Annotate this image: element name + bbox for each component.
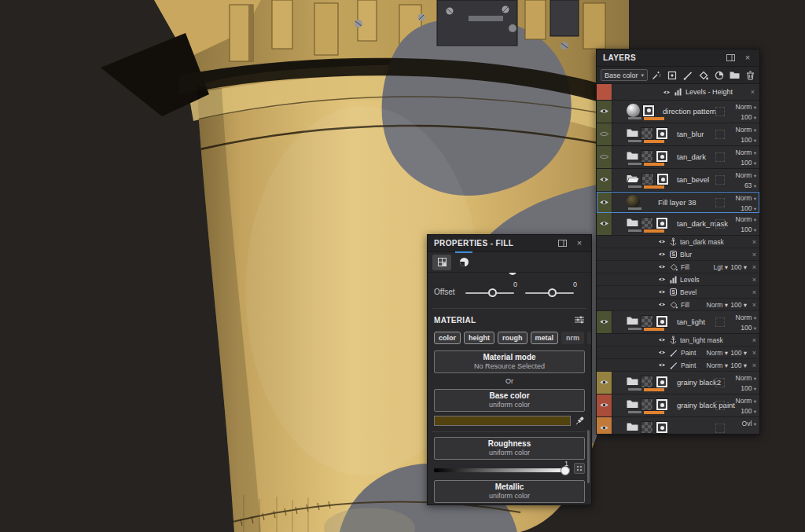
effect-opacity-select[interactable]: 100 ▾ <box>730 361 747 369</box>
channel-toggle-nrm[interactable]: nrm <box>561 332 584 344</box>
layer-mask-thumbnail[interactable] <box>656 376 668 388</box>
layer-row[interactable]: tan_bevel Norm ▾ 63 ▾ <box>597 169 759 192</box>
layer-visibility-cell[interactable] <box>597 213 612 235</box>
blend-mode-select[interactable]: Norm ▾ <box>736 125 756 135</box>
layer-row[interactable]: tan_dark Norm ▾ 100 ▾ <box>597 146 759 169</box>
layer-row[interactable]: grainy black2 Norm ▾ 100 ▾ <box>597 372 759 394</box>
layer-mask-thumbnail[interactable] <box>656 150 668 163</box>
opacity-select[interactable]: 100 ▾ <box>736 112 756 123</box>
opacity-select[interactable]: 100 ▾ <box>736 323 756 333</box>
layer-visibility-cell[interactable] <box>597 417 612 434</box>
eye-icon[interactable] <box>663 90 671 95</box>
tab-projection-settings[interactable] <box>432 255 451 270</box>
effect-blend-select[interactable]: Lgt ▾ <box>714 263 728 271</box>
layer-visibility-cell[interactable] <box>597 394 612 416</box>
eye-icon[interactable] <box>658 362 666 368</box>
layer-mask-thumbnail[interactable] <box>656 315 668 328</box>
eye-icon[interactable] <box>599 220 609 235</box>
layer-content-thumbnail[interactable] <box>641 315 653 328</box>
blend-mode-select[interactable]: Norm ▾ <box>736 396 756 406</box>
layer-content-thumbnail[interactable] <box>641 398 653 411</box>
eye-icon[interactable] <box>658 239 666 244</box>
effect-row[interactable]: Fill Lgt ▾ 100 ▾ × <box>597 261 759 273</box>
effect-blend-select[interactable]: Norm ▾ <box>707 349 728 357</box>
eye-icon[interactable] <box>658 264 666 270</box>
remove-effect-icon[interactable]: × <box>752 251 756 259</box>
channel-toggle-height[interactable]: height <box>464 332 494 344</box>
eye-icon[interactable] <box>599 424 609 434</box>
remove-effect-icon[interactable]: × <box>751 88 755 96</box>
properties-scrollbar[interactable] <box>587 430 590 483</box>
layer-content-thumbnail[interactable] <box>641 217 653 229</box>
magic-wand-icon[interactable] <box>651 70 661 80</box>
layer-visibility-cell[interactable] <box>597 192 612 212</box>
layer-row[interactable]: Ovl ▾ <box>597 417 759 434</box>
remove-effect-icon[interactable]: × <box>752 301 756 309</box>
eye-icon[interactable] <box>599 108 609 123</box>
paint-stroke-icon[interactable] <box>682 70 693 80</box>
roughness-slider-handle[interactable] <box>561 466 570 475</box>
layer-mask-thumbnail[interactable] <box>656 217 668 229</box>
opacity-select[interactable]: 100 ▾ <box>736 158 756 168</box>
properties-panel-header[interactable]: PROPERTIES - FILL × <box>428 235 591 252</box>
channel-toggle-color[interactable]: color <box>434 332 461 344</box>
channel-toggle-rough[interactable]: rough <box>498 332 527 344</box>
remove-effect-icon[interactable]: × <box>752 336 756 344</box>
layer-mask-thumbnail[interactable] <box>656 127 668 140</box>
channel-toggle-metal[interactable]: metal <box>531 332 559 344</box>
channel-filter-dropdown[interactable]: Base color ▾ <box>601 69 648 81</box>
add-folder-icon[interactable] <box>730 70 740 80</box>
offset-slider-u-handle[interactable] <box>488 288 497 297</box>
opacity-select[interactable]: 100 ▾ <box>736 225 756 235</box>
fill-preview-sphere[interactable] <box>627 104 640 117</box>
layer-visibility-cell[interactable] <box>597 311 612 333</box>
fill-preview-sphere[interactable] <box>627 195 640 208</box>
layer-content-thumbnail[interactable] <box>641 376 653 388</box>
remove-effect-icon[interactable]: × <box>752 238 756 246</box>
eye-icon[interactable] <box>599 402 609 416</box>
opacity-select[interactable]: 100 ▾ <box>736 135 756 145</box>
expose-parameter-icon[interactable] <box>574 463 585 474</box>
eye-icon[interactable] <box>658 277 666 282</box>
effect-row[interactable]: S Bevel × <box>597 286 759 299</box>
blend-mode-select[interactable]: Norm ▾ <box>736 102 756 112</box>
add-effect-icon[interactable] <box>714 70 724 80</box>
eye-icon[interactable] <box>599 318 609 333</box>
add-fill-layer-icon[interactable] <box>667 70 677 80</box>
layer-row[interactable]: Fill layer 38 Norm ▾ 100 ▾ <box>597 192 759 213</box>
effect-row[interactable]: Levels × <box>597 273 759 286</box>
base-color-swatch[interactable] <box>434 416 571 426</box>
effect-blend-select[interactable]: Norm ▾ <box>707 301 728 309</box>
remove-effect-icon[interactable]: × <box>752 349 756 357</box>
effect-row[interactable]: tan_light mask × <box>597 334 759 347</box>
layer-mask-thumbnail[interactable] <box>656 173 669 185</box>
eye-icon[interactable] <box>658 337 666 343</box>
layer-row[interactable]: direction pattern Norm ▾ 100 ▾ <box>597 101 759 123</box>
base-color-button[interactable]: Base color uniform color <box>434 389 585 412</box>
eye-icon[interactable] <box>599 176 609 191</box>
tab-material-mode[interactable] <box>454 255 473 270</box>
dock-panel-icon[interactable] <box>557 238 568 249</box>
blend-mode-select[interactable]: Norm ▾ <box>736 373 756 383</box>
opacity-select[interactable]: 63 ▾ <box>736 181 756 191</box>
effect-opacity-select[interactable]: 100 ▾ <box>730 349 747 357</box>
remove-effect-icon[interactable]: × <box>752 361 756 369</box>
layer-mask-thumbnail[interactable] <box>656 398 668 411</box>
opacity-select[interactable]: 100 ▾ <box>736 383 756 394</box>
channel-toggle-op[interactable]: op <box>587 332 591 344</box>
remove-effect-icon[interactable]: × <box>752 288 756 296</box>
layer-row[interactable]: tan_dark_mask Norm ▾ 100 ▾ <box>597 213 759 236</box>
layer-row[interactable]: tan_blur Norm ▾ 100 ▾ <box>597 123 759 146</box>
roughness-button[interactable]: Roughness uniform color <box>434 437 585 460</box>
blend-mode-select[interactable]: Ovl ▾ <box>742 419 756 429</box>
effect-row[interactable]: Fill Norm ▾ 100 ▾ × <box>597 299 759 311</box>
pinned-effect-row[interactable]: Levels - Height × <box>597 84 759 101</box>
effect-row[interactable]: S Blur × <box>597 248 759 261</box>
layer-visibility-cell[interactable] <box>597 146 612 168</box>
remove-effect-icon[interactable]: × <box>752 263 756 271</box>
eye-icon[interactable] <box>658 350 666 355</box>
layer-visibility-cell[interactable] <box>597 169 612 191</box>
eye-icon[interactable] <box>658 251 666 257</box>
blend-mode-select[interactable]: Norm ▾ <box>736 313 756 323</box>
delete-layer-icon[interactable] <box>745 70 755 80</box>
